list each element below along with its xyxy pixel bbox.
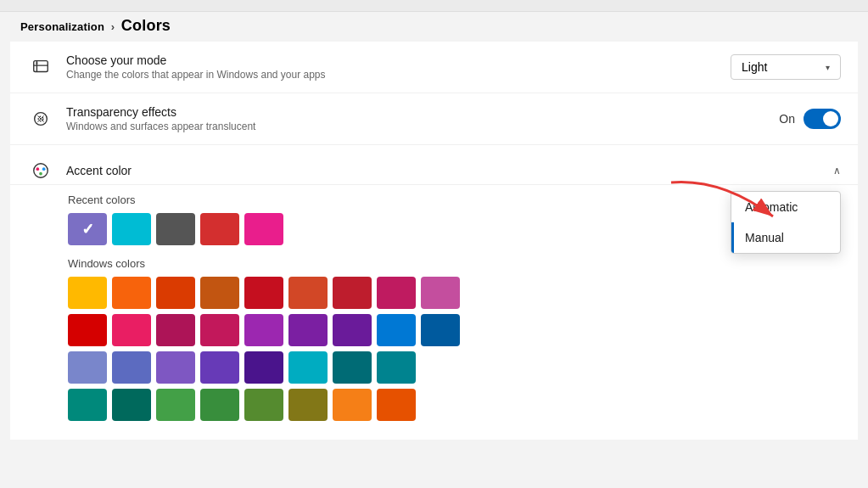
recent-color-1[interactable] <box>112 213 151 245</box>
wc-25[interactable] <box>377 351 416 384</box>
choose-mode-row: Choose your mode Change the colors that … <box>10 42 858 93</box>
wc-32[interactable] <box>333 389 372 421</box>
wc-20[interactable] <box>156 351 195 384</box>
transparency-icon <box>27 105 54 132</box>
recent-colors-label: Recent colors <box>68 194 841 206</box>
recent-color-4[interactable] <box>244 213 283 245</box>
accent-icon <box>27 157 54 184</box>
windows-colors-label: Windows colors <box>68 257 841 270</box>
dropdown-item-automatic[interactable]: Automatic <box>731 192 840 222</box>
wc-22[interactable] <box>244 351 283 384</box>
mode-icon <box>27 53 54 81</box>
wc-26[interactable] <box>68 389 107 421</box>
dropdown-item-manual[interactable]: Manual <box>731 222 840 253</box>
accent-wrapper: Accent color ∧ Automatic Manual <box>10 145 858 184</box>
settings-header: Personalization › Colors <box>0 12 868 38</box>
accent-dropdown-popup: Automatic Manual <box>731 191 841 254</box>
wc-4[interactable] <box>244 277 283 309</box>
accent-info: Accent color <box>66 164 833 177</box>
breadcrumb: Personalization › Colors <box>20 17 171 35</box>
svg-point-5 <box>34 164 48 178</box>
wc-9[interactable] <box>68 314 107 346</box>
wc-15[interactable] <box>333 314 372 346</box>
wc-30[interactable] <box>244 389 283 421</box>
windows-colors-row-2 <box>68 314 841 346</box>
transparency-control: On <box>779 109 841 129</box>
wc-10[interactable] <box>112 314 151 346</box>
svg-point-7 <box>42 167 46 171</box>
wc-23[interactable] <box>288 351 328 384</box>
transparency-row: Transparency effects Windows and surface… <box>10 93 858 145</box>
transparency-title: Transparency effects <box>66 105 779 119</box>
mode-dropdown-arrow: ▾ <box>826 63 830 72</box>
svg-rect-0 <box>34 61 48 72</box>
accent-chevron[interactable]: ∧ <box>833 165 841 177</box>
wc-27[interactable] <box>112 389 151 421</box>
wc-13[interactable] <box>244 314 283 346</box>
wc-17[interactable] <box>421 314 460 346</box>
wc-12[interactable] <box>200 314 239 346</box>
wc-24[interactable] <box>333 351 372 384</box>
wc-3[interactable] <box>200 277 239 309</box>
wc-2[interactable] <box>156 277 195 309</box>
mode-dropdown[interactable]: Light ▾ <box>731 54 841 80</box>
wc-28[interactable] <box>156 389 195 421</box>
wc-11[interactable] <box>156 314 195 346</box>
windows-colors-row-3 <box>68 351 841 384</box>
wc-33[interactable] <box>377 389 416 421</box>
recent-colors-row: ✓ <box>68 213 841 245</box>
transparency-toggle[interactable] <box>804 109 841 129</box>
wc-21[interactable] <box>200 351 239 384</box>
wc-18[interactable] <box>68 351 107 384</box>
mode-dropdown-value: Light <box>742 60 767 74</box>
page-container: Personalization › Colors Choose your mod… <box>0 0 868 488</box>
mode-info: Choose your mode Change the colors that … <box>66 53 731 81</box>
top-bar <box>0 0 868 12</box>
wc-6[interactable] <box>333 277 372 309</box>
accent-color-row: Accent color ∧ <box>10 145 858 184</box>
svg-point-8 <box>39 172 42 176</box>
wc-1[interactable] <box>112 277 151 309</box>
recent-color-2[interactable] <box>156 213 195 245</box>
wc-31[interactable] <box>288 389 328 421</box>
settings-panel: Choose your mode Change the colors that … <box>10 42 858 440</box>
windows-colors-row-1 <box>68 277 841 309</box>
transparency-toggle-label: On <box>779 112 795 126</box>
recent-color-0[interactable]: ✓ <box>68 213 107 245</box>
wc-8[interactable] <box>421 277 460 309</box>
wc-29[interactable] <box>200 389 239 421</box>
accent-control: ∧ <box>833 165 841 177</box>
wc-19[interactable] <box>112 351 151 384</box>
recent-color-3[interactable] <box>200 213 239 245</box>
svg-point-6 <box>36 167 40 171</box>
transparency-info: Transparency effects Windows and surface… <box>66 105 779 132</box>
mode-desc: Change the colors that appear in Windows… <box>66 69 731 81</box>
svg-rect-1 <box>36 63 38 65</box>
toggle-knob <box>823 111 838 126</box>
wc-14[interactable] <box>288 314 328 346</box>
transparency-desc: Windows and surfaces appear translucent <box>66 121 779 132</box>
wc-7[interactable] <box>377 277 416 309</box>
mode-title: Choose your mode <box>66 53 731 67</box>
wc-16[interactable] <box>377 314 416 346</box>
windows-colors-row-4 <box>68 389 841 421</box>
mode-control: Light ▾ <box>731 54 841 80</box>
accent-title: Accent color <box>66 164 833 177</box>
wc-0[interactable] <box>68 277 107 309</box>
wc-5[interactable] <box>288 277 328 309</box>
